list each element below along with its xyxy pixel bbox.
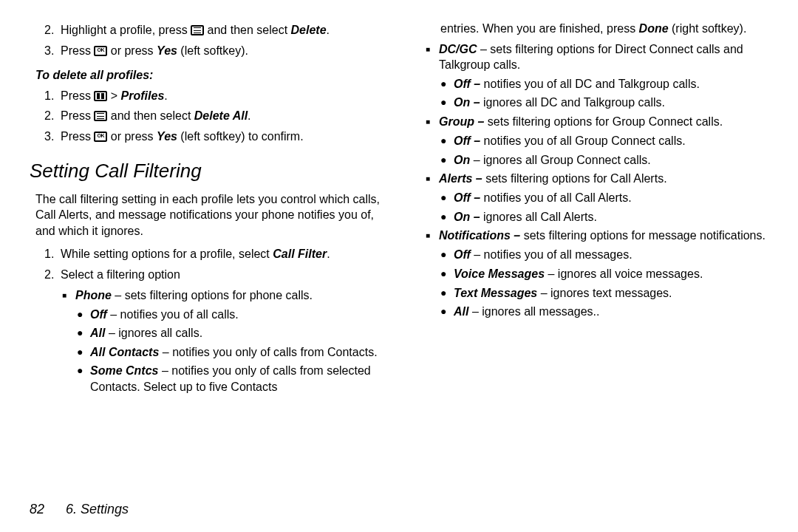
step-select-option: 2. Select a filtering option xyxy=(44,267,384,283)
bold-label: Notifications – xyxy=(439,229,520,242)
bold-label: Some Cntcs xyxy=(90,364,158,377)
text: or press xyxy=(111,44,157,57)
text: – notifies you of all messages. xyxy=(471,248,632,261)
step-body: Press or press Yes (left softkey) to con… xyxy=(61,129,384,145)
dot-bullet-icon: ● xyxy=(440,152,454,168)
text: Press xyxy=(61,44,94,57)
ok-icon xyxy=(94,132,107,142)
option-body: Off – notifies you of all Group Connect … xyxy=(454,133,768,149)
dot-bullet-icon: ● xyxy=(440,190,454,206)
option-notif-text: ● Text Messages – ignores text messages. xyxy=(440,285,768,301)
text: Press xyxy=(61,89,94,102)
option-phone-all-contacts: ● All Contacts – notifies you only of ca… xyxy=(77,344,384,361)
section-label: 6. Settings xyxy=(66,502,129,516)
page: 2. Highlight a profile, press and then s… xyxy=(0,0,798,532)
option-body: DC/GC – sets filtering options for Direc… xyxy=(439,41,768,73)
step-press-ok-yes: 3. Press or press Yes (left softkey). xyxy=(44,43,384,59)
step-number: 1. xyxy=(44,246,61,262)
option-body: Text Messages – ignores text messages. xyxy=(454,285,768,301)
text: . xyxy=(164,89,167,102)
option-dcgc-on: ● On – ignores all DC and Talkgroup call… xyxy=(440,95,768,111)
dot-bullet-icon: ● xyxy=(440,285,454,301)
section-heading: Setting Call Filtering xyxy=(30,158,384,184)
step-number: 2. xyxy=(44,267,61,283)
dot-bullet-icon: ● xyxy=(77,363,90,395)
dot-bullet-icon: ● xyxy=(440,304,454,320)
option-body: All – ignores all messages.. xyxy=(454,304,768,320)
step-body: Press and then select Delete All. xyxy=(61,108,384,124)
step-delete-all: 2. Press and then select Delete All. xyxy=(44,108,384,124)
dot-bullet-icon: ● xyxy=(440,133,454,149)
option-phone-all: ● All – ignores all calls. xyxy=(77,325,384,341)
square-bullet-icon: ■ xyxy=(426,41,439,73)
step-number: 3. xyxy=(44,129,61,145)
dot-bullet-icon: ● xyxy=(440,247,454,263)
bold-label: Yes xyxy=(157,44,177,57)
bold-label: On – xyxy=(454,211,480,223)
dot-bullet-icon: ● xyxy=(77,325,90,341)
text: sets filtering options for Group Connect… xyxy=(484,115,723,128)
option-body: Off – notifies you of all DC and Talkgro… xyxy=(454,76,768,92)
square-bullet-icon: ■ xyxy=(426,114,439,130)
text: and then select xyxy=(208,24,291,36)
option-group-on: ● On – ignores all Group Connect calls. xyxy=(440,152,768,168)
dot-bullet-icon: ● xyxy=(440,76,454,92)
bold-label: Off – xyxy=(454,191,480,204)
bold-label: On – xyxy=(454,96,480,109)
option-group: ■ Group – sets filtering options for Gro… xyxy=(426,114,768,130)
option-body: Off – notifies you of all messages. xyxy=(454,247,768,263)
bold-label: Alerts – xyxy=(439,172,482,185)
step-profiles: 1. Press > Profiles. xyxy=(44,88,384,104)
step-select-callfilter: 1. While setting options for a profile, … xyxy=(44,246,384,262)
dot-bullet-icon: ● xyxy=(77,344,90,361)
option-body: All – ignores all calls. xyxy=(90,325,384,341)
option-notif-voice: ● Voice Messages – ignores all voice mes… xyxy=(440,266,768,282)
option-body: All Contacts – notifies you only of call… xyxy=(90,344,384,361)
option-alerts: ■ Alerts – sets filtering options for Ca… xyxy=(426,171,768,187)
bold-label: Voice Messages xyxy=(454,267,545,280)
step-number: 2. xyxy=(44,22,61,38)
text: > xyxy=(111,89,121,102)
step-body: Highlight a profile, press and then sele… xyxy=(61,22,384,38)
text: Press xyxy=(61,109,94,122)
option-body: Alerts – sets filtering options for Call… xyxy=(439,171,768,187)
text: – notifies you only of calls from Contac… xyxy=(159,346,377,358)
text: sets filtering options for message notif… xyxy=(520,229,765,242)
ok-icon xyxy=(94,46,107,56)
step-number: 1. xyxy=(44,88,61,104)
text: entries. When you are finished, press xyxy=(440,22,639,35)
left-column: 2. Highlight a profile, press and then s… xyxy=(30,21,384,532)
text: sets filtering options for Call Alerts. xyxy=(482,172,667,185)
option-notifications: ■ Notifications – sets filtering options… xyxy=(426,228,768,244)
bold-label: Group – xyxy=(439,115,484,128)
text: While setting options for a profile, sel… xyxy=(61,248,273,260)
continuation-text: entries. When you are finished, press Do… xyxy=(440,21,768,37)
menu-icon xyxy=(191,25,204,35)
text: . xyxy=(248,109,250,122)
text: (left softkey) to confirm. xyxy=(177,130,304,143)
option-body: Group – sets filtering options for Group… xyxy=(439,114,768,130)
page-footer: 82 6. Settings xyxy=(30,502,129,517)
menu-icon xyxy=(94,111,107,121)
step-number: 3. xyxy=(44,43,61,59)
text: or press xyxy=(111,130,157,143)
text: notifies you of all Call Alerts. xyxy=(480,191,632,204)
square-bullet-icon: ■ xyxy=(62,287,75,304)
text: ignores all Call Alerts. xyxy=(480,211,597,223)
text: notifies you of all DC and Talkgroup cal… xyxy=(480,78,700,90)
option-body: Off – notifies you of all calls. xyxy=(90,307,384,323)
bold-label: Call Filter xyxy=(273,248,327,260)
text: – ignores all voice messages. xyxy=(545,267,703,280)
option-body: Some Cntcs – notifies you only of calls … xyxy=(90,363,384,395)
bold-label: Yes xyxy=(157,130,177,143)
text: . xyxy=(327,24,330,36)
text: and then select xyxy=(111,109,194,122)
bold-label: All Contacts xyxy=(90,346,159,358)
step-body: Select a filtering option xyxy=(61,267,384,283)
text: – ignores text messages. xyxy=(537,287,672,299)
bold-label: Text Messages xyxy=(454,287,537,299)
bold-label: Off xyxy=(90,308,107,321)
option-body: On – ignores all Group Connect calls. xyxy=(454,152,768,168)
text: Press xyxy=(61,130,94,143)
option-body: On – ignores all DC and Talkgroup calls. xyxy=(454,95,768,111)
